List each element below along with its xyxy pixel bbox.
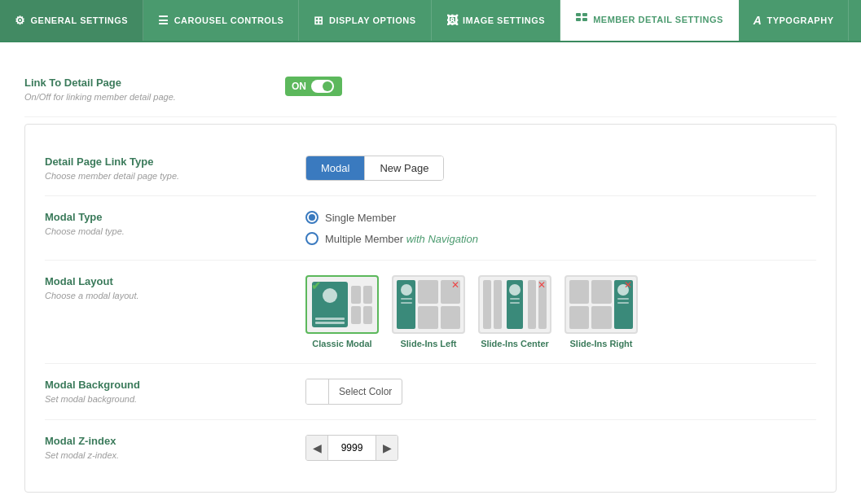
link-to-detail-toggle[interactable]: ON xyxy=(285,77,342,96)
modal-type-radio-group: Single Member Multiple Member with Navig… xyxy=(305,211,478,245)
detail-page-link-type-desc: Choose member detail page type. xyxy=(45,171,289,181)
tab-carousel[interactable]: ☰ CAROUSEL CONTROLS xyxy=(143,0,299,41)
layout-classic-thumb: ✔ xyxy=(305,275,379,334)
modal-layout-control: ✔ xyxy=(305,275,638,348)
svg-rect-0 xyxy=(576,13,581,16)
settings-content: Link To Detail Page On/Off for linking m… xyxy=(0,42,861,504)
radio-multiple-label: Multiple Member with Navigation xyxy=(325,233,478,245)
modal-zindex-label: Modal Z-index xyxy=(45,435,289,447)
modal-zindex-row: Modal Z-index Set modal z-index. ◀ ▶ xyxy=(45,420,816,476)
modal-zindex-desc: Set modal z-index. xyxy=(45,450,289,460)
modal-background-label: Modal Background xyxy=(45,379,289,391)
layout-slide-right-thumb: ✕ xyxy=(564,275,638,334)
tab-member-label: MEMBER DETAIL SETTINGS xyxy=(593,15,723,24)
section-box: Detail Page Link Type Choose member deta… xyxy=(24,124,837,493)
detail-page-link-type-row: Detail Page Link Type Choose member deta… xyxy=(45,141,816,196)
layout-slide-center-thumb: ✕ xyxy=(478,275,551,334)
modal-type-label: Modal Type xyxy=(45,211,289,223)
nav-text: with Navigation xyxy=(406,233,478,245)
zindex-input[interactable] xyxy=(327,436,376,460)
layout-slide-right[interactable]: ✕ xyxy=(564,275,638,348)
modal-background-color-btn[interactable]: Select Color xyxy=(305,379,402,405)
modal-type-row: Modal Type Choose modal type. Single Mem… xyxy=(45,196,816,261)
modal-background-control: Select Color xyxy=(305,379,402,405)
layout-options: ✔ xyxy=(305,275,638,348)
svg-rect-3 xyxy=(582,18,587,21)
slide-left-panel xyxy=(397,280,415,329)
layout-classic[interactable]: ✔ xyxy=(305,275,379,348)
member-icon xyxy=(575,12,588,28)
modal-layout-desc: Choose a modal layout. xyxy=(45,291,289,300)
display-icon: ⊞ xyxy=(314,14,324,27)
modal-btn[interactable]: Modal xyxy=(306,156,364,180)
zindex-stepper: ◀ ▶ xyxy=(305,435,398,461)
detail-page-link-type-label: Detail Page Link Type xyxy=(45,156,289,168)
zindex-decrement-btn[interactable]: ◀ xyxy=(306,436,327,460)
modal-layout-row: Modal Layout Choose a modal layout. ✔ xyxy=(45,261,816,364)
tab-general[interactable]: ⚙ GENERAL SETTINGS xyxy=(0,0,143,41)
tab-image[interactable]: 🖼 IMAGE SETTINGS xyxy=(432,0,561,41)
radio-single-circle xyxy=(305,211,318,224)
carousel-icon: ☰ xyxy=(158,14,169,27)
tab-image-label: IMAGE SETTINGS xyxy=(463,15,545,25)
radio-single-member[interactable]: Single Member xyxy=(305,211,478,224)
link-to-detail-label-col: Link To Detail Page On/Off for linking m… xyxy=(24,77,285,102)
detail-page-link-type-control: Modal New Page xyxy=(305,156,444,181)
typography-icon: A xyxy=(753,14,762,27)
layout-slide-center-label: Slide-Ins Center xyxy=(481,339,549,348)
link-to-detail-label: Link To Detail Page xyxy=(24,77,269,89)
tab-display-label: DISPLAY OPTIONS xyxy=(329,15,416,25)
color-swatch xyxy=(306,379,329,404)
modal-layout-label: Modal Layout xyxy=(45,275,289,287)
modal-layout-label-col: Modal Layout Choose a modal layout. xyxy=(45,275,305,300)
modal-zindex-control: ◀ ▶ xyxy=(305,435,398,461)
layout-slide-right-label: Slide-Ins Right xyxy=(570,339,633,348)
toggle-switch xyxy=(311,80,334,93)
tab-typography-label: TYPOGRAPHY xyxy=(767,15,833,25)
tab-typography[interactable]: A TYPOGRAPHY xyxy=(739,0,850,41)
detail-page-link-type-label-col: Detail Page Link Type Choose member deta… xyxy=(45,156,305,181)
modal-type-desc: Choose modal type. xyxy=(45,226,289,236)
modal-background-label-col: Modal Background Set modal background. xyxy=(45,379,305,404)
radio-single-label: Single Member xyxy=(325,212,396,224)
layout-slide-center[interactable]: ✕ xyxy=(478,275,551,348)
modal-background-row: Modal Background Set modal background. S… xyxy=(45,364,816,420)
layout-slide-left-label: Slide-Ins Left xyxy=(400,339,456,348)
radio-multiple-circle xyxy=(305,232,318,245)
link-to-detail-row: Link To Detail Page On/Off for linking m… xyxy=(24,62,837,117)
tab-bar: ⚙ GENERAL SETTINGS ☰ CAROUSEL CONTROLS ⊞… xyxy=(0,0,861,42)
select-color-label: Select Color xyxy=(329,379,402,404)
slide-center-panel xyxy=(507,280,523,329)
modal-zindex-label-col: Modal Z-index Set modal z-index. xyxy=(45,435,305,460)
zindex-increment-btn[interactable]: ▶ xyxy=(376,436,398,460)
image-icon: 🖼 xyxy=(446,14,459,27)
new-page-btn[interactable]: New Page xyxy=(364,156,443,180)
radio-multiple-member[interactable]: Multiple Member with Navigation xyxy=(305,232,478,245)
tab-display[interactable]: ⊞ DISPLAY OPTIONS xyxy=(299,0,431,41)
link-to-detail-desc: On/Off for linking member detail page. xyxy=(24,92,269,102)
tab-carousel-label: CAROUSEL CONTROLS xyxy=(174,15,284,25)
modal-type-control: Single Member Multiple Member with Navig… xyxy=(305,211,478,245)
tab-member[interactable]: MEMBER DETAIL SETTINGS xyxy=(560,0,739,41)
gear-icon: ⚙ xyxy=(15,14,26,27)
svg-rect-1 xyxy=(576,18,581,21)
classic-grid xyxy=(351,286,372,324)
layout-classic-label: Classic Modal xyxy=(312,339,371,348)
toggle-label: ON xyxy=(292,81,306,92)
svg-rect-2 xyxy=(582,13,587,16)
detail-page-link-type-btn-group: Modal New Page xyxy=(305,156,444,181)
modal-background-desc: Set modal background. xyxy=(45,394,289,404)
link-to-detail-control: ON xyxy=(285,77,342,96)
layout-slide-left-thumb: ✕ xyxy=(392,275,465,334)
tab-general-label: GENERAL SETTINGS xyxy=(31,15,129,25)
modal-type-label-col: Modal Type Choose modal type. xyxy=(45,211,305,236)
layout-slide-left[interactable]: ✕ xyxy=(392,275,465,348)
